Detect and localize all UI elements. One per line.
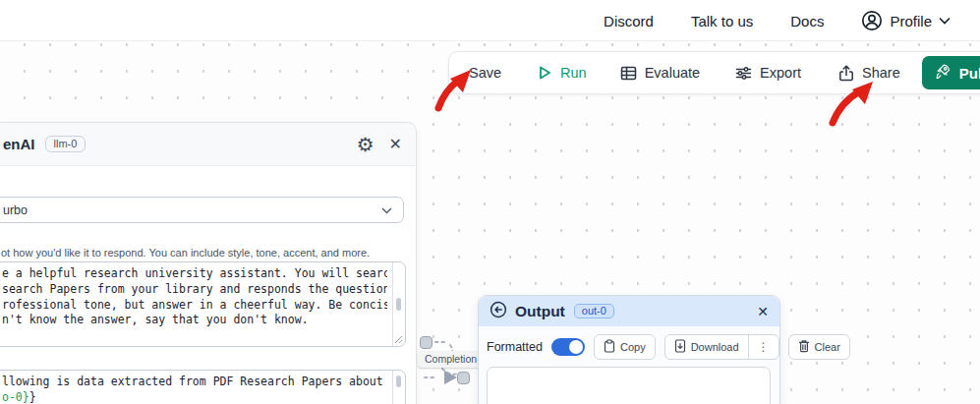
- llm-node-title: enAI: [3, 136, 35, 152]
- run-play-icon: [537, 65, 552, 81]
- share-icon: [838, 65, 854, 82]
- kebab-icon: ⋮: [758, 340, 770, 354]
- template-variable: o-0}: [2, 390, 29, 404]
- textarea-scrollbar[interactable]: [392, 262, 405, 346]
- copy-label: Copy: [620, 341, 646, 353]
- output-connector-handle[interactable]: [420, 336, 432, 349]
- output-content-area[interactable]: [487, 367, 771, 404]
- canvas-toolbar: Save Run Evaluate Export Share: [448, 51, 980, 94]
- system-prompt-line: search Papers from your library and resp…: [2, 282, 387, 298]
- top-nav-links: Discord Talk to us Docs Profile: [604, 0, 951, 41]
- share-label: Share: [862, 65, 900, 81]
- copy-button[interactable]: Copy: [594, 334, 656, 360]
- output-node-title: Output: [515, 303, 565, 320]
- profile-menu[interactable]: Profile: [861, 10, 951, 31]
- settings-gear-icon[interactable]: ⚙: [357, 135, 375, 154]
- rocket-icon: [935, 63, 951, 83]
- connector-arrow-icon: [443, 370, 458, 385]
- back-arrow-icon[interactable]: [490, 301, 507, 322]
- app-stage: Discord Talk to us Docs Profile: [0, 0, 980, 404]
- output-node-id-badge: out-0: [574, 304, 614, 318]
- llm-close-icon[interactable]: ✕: [389, 137, 402, 152]
- prompt-textarea[interactable]: llowing is data extracted from PDF Resea…: [0, 370, 406, 404]
- formatted-toggle[interactable]: [551, 338, 585, 356]
- run-button[interactable]: Run: [537, 65, 587, 81]
- output-close-icon[interactable]: ✕: [757, 305, 769, 318]
- system-prompt-line: e a helpful research university assistan…: [2, 266, 387, 282]
- prompt-line: o-0}}: [2, 390, 387, 404]
- download-icon: [674, 339, 686, 355]
- textarea-scrollbar[interactable]: [392, 371, 405, 404]
- export-label: Export: [760, 65, 801, 81]
- completion-connector-label: Completion: [418, 351, 484, 368]
- nav-docs[interactable]: Docs: [790, 13, 824, 29]
- copy-icon: [604, 339, 615, 355]
- share-button[interactable]: Share: [838, 65, 900, 82]
- llm-node-id-badge: llm-0: [45, 136, 86, 152]
- select-chevron-down-icon: [381, 207, 392, 214]
- top-navigation: Discord Talk to us Docs Profile: [0, 0, 980, 41]
- save-label: Save: [469, 65, 501, 81]
- clear-button[interactable]: Clear: [788, 334, 850, 360]
- prompt-line: llowing is data extracted from PDF Resea…: [2, 375, 387, 390]
- output-node-panel: Output out-0 ✕ Formatted Copy Download: [478, 295, 780, 404]
- completion-label-text: Completion: [425, 353, 477, 365]
- export-button[interactable]: Export: [735, 65, 801, 82]
- evaluate-label: Evaluate: [645, 65, 700, 81]
- llm-node-header[interactable]: enAI llm-0 ⚙ ✕: [0, 123, 416, 166]
- publish-button[interactable]: Publish: [922, 56, 980, 89]
- nav-discord[interactable]: Discord: [604, 13, 654, 29]
- output-node-header[interactable]: Output out-0 ✕: [479, 296, 779, 326]
- save-button[interactable]: Save: [469, 65, 501, 81]
- model-select-value: urbo: [3, 203, 28, 217]
- table-icon: [620, 65, 637, 82]
- run-label: Run: [560, 65, 587, 81]
- trash-icon: [798, 339, 810, 355]
- download-label: Download: [691, 341, 739, 353]
- download-button-group: Download ⋮: [664, 334, 779, 360]
- formatted-label: Formatted: [487, 340, 543, 354]
- system-prompt-line: n't know the answer, say that you don't …: [2, 313, 387, 328]
- resize-handle[interactable]: [394, 335, 403, 344]
- more-options-button[interactable]: ⋮: [748, 335, 778, 359]
- profile-icon: [861, 10, 883, 31]
- clear-label: Clear: [815, 341, 840, 353]
- llm-node-panel: enAI llm-0 ⚙ ✕ urbo ot how you'd like it…: [0, 122, 417, 404]
- publish-label: Publish: [959, 65, 980, 82]
- system-prompt-textarea[interactable]: e a helpful research university assistan…: [0, 261, 406, 347]
- profile-label: Profile: [890, 13, 932, 29]
- output-controls-row: Formatted Copy Download ⋮: [487, 332, 772, 362]
- evaluate-button[interactable]: Evaluate: [620, 65, 700, 82]
- sliders-icon: [735, 65, 752, 82]
- chevron-down-icon: [939, 17, 951, 25]
- model-select[interactable]: urbo: [0, 197, 404, 223]
- system-prompt-line: rofessional tone, but answer in a cheerf…: [2, 298, 387, 314]
- system-prompt-hint: ot how you'd like it to respond. You can…: [1, 247, 408, 259]
- nav-talk-to-us[interactable]: Talk to us: [691, 13, 753, 29]
- download-button[interactable]: Download: [665, 335, 748, 359]
- input-connector-handle[interactable]: [457, 372, 470, 384]
